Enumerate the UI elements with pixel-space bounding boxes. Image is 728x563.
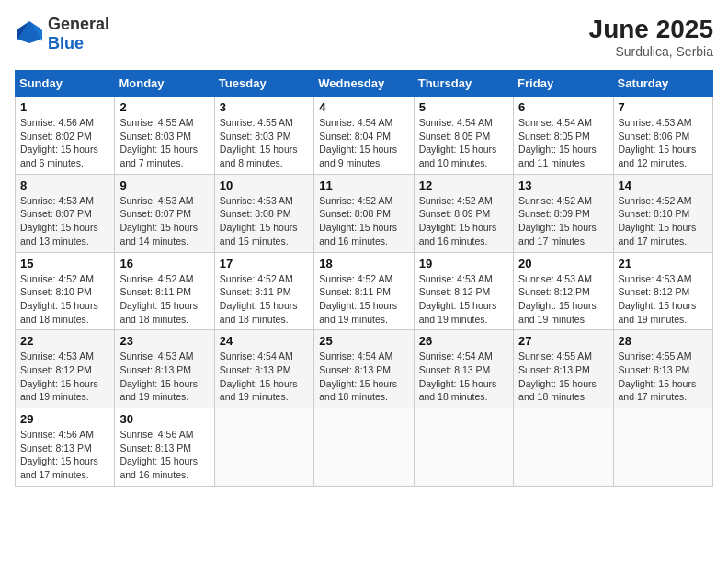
day-detail: Sunrise: 4:54 AMSunset: 8:13 PMDaylight:… — [419, 350, 497, 402]
day-number: 4 — [319, 100, 408, 114]
calendar-cell: 30 Sunrise: 4:56 AMSunset: 8:13 PMDaylig… — [115, 408, 214, 487]
logo-blue-text: Blue — [48, 34, 84, 52]
calendar-cell: 25 Sunrise: 4:54 AMSunset: 8:13 PMDaylig… — [314, 330, 414, 408]
day-detail: Sunrise: 4:54 AMSunset: 8:13 PMDaylight:… — [319, 350, 397, 402]
day-number: 24 — [220, 334, 309, 348]
column-header-saturday: Saturday — [613, 71, 712, 97]
calendar-cell: 8 Sunrise: 4:53 AMSunset: 8:07 PMDayligh… — [16, 174, 115, 252]
day-detail: Sunrise: 4:52 AMSunset: 8:08 PMDaylight:… — [319, 195, 397, 247]
day-detail: Sunrise: 4:53 AMSunset: 8:08 PMDaylight:… — [220, 195, 298, 247]
calendar-header-row: SundayMondayTuesdayWednesdayThursdayFrid… — [16, 71, 713, 97]
calendar-cell: 22 Sunrise: 4:53 AMSunset: 8:12 PMDaylig… — [16, 330, 115, 408]
header: General Blue June 2025 Surdulica, Serbia — [15, 15, 713, 59]
logo: General Blue — [15, 15, 109, 53]
calendar-cell: 14 Sunrise: 4:52 AMSunset: 8:10 PMDaylig… — [613, 174, 712, 252]
day-detail: Sunrise: 4:53 AMSunset: 8:07 PMDaylight:… — [119, 195, 198, 247]
day-number: 8 — [20, 178, 109, 192]
day-number: 10 — [220, 178, 309, 192]
day-number: 18 — [319, 257, 408, 270]
day-detail: Sunrise: 4:52 AMSunset: 8:11 PMDaylight:… — [220, 273, 298, 325]
calendar-cell: 2 Sunrise: 4:55 AMSunset: 8:03 PMDayligh… — [115, 97, 214, 175]
day-number: 21 — [619, 257, 708, 270]
day-number: 16 — [119, 257, 209, 270]
column-header-thursday: Thursday — [414, 71, 513, 97]
day-detail: Sunrise: 4:54 AMSunset: 8:05 PMDaylight:… — [518, 117, 597, 168]
day-detail: Sunrise: 4:53 AMSunset: 8:12 PMDaylight:… — [20, 350, 98, 402]
calendar-week-row: 29 Sunrise: 4:56 AMSunset: 8:13 PMDaylig… — [16, 408, 713, 487]
calendar-cell — [613, 408, 712, 487]
calendar-cell: 17 Sunrise: 4:52 AMSunset: 8:11 PMDaylig… — [214, 252, 313, 330]
calendar-week-row: 22 Sunrise: 4:53 AMSunset: 8:12 PMDaylig… — [16, 330, 713, 408]
calendar-cell: 19 Sunrise: 4:53 AMSunset: 8:12 PMDaylig… — [414, 252, 513, 330]
column-header-tuesday: Tuesday — [214, 71, 313, 97]
calendar-cell — [314, 408, 414, 487]
calendar-cell: 6 Sunrise: 4:54 AMSunset: 8:05 PMDayligh… — [514, 97, 613, 175]
day-detail: Sunrise: 4:55 AMSunset: 8:13 PMDaylight:… — [518, 350, 597, 402]
calendar-cell: 16 Sunrise: 4:52 AMSunset: 8:11 PMDaylig… — [115, 252, 214, 330]
day-number: 17 — [220, 257, 309, 270]
calendar-cell: 12 Sunrise: 4:52 AMSunset: 8:09 PMDaylig… — [414, 174, 513, 252]
day-detail: Sunrise: 4:52 AMSunset: 8:11 PMDaylight:… — [119, 273, 198, 325]
day-number: 12 — [419, 178, 508, 192]
calendar-table: SundayMondayTuesdayWednesdayThursdayFrid… — [15, 70, 713, 487]
day-detail: Sunrise: 4:52 AMSunset: 8:09 PMDaylight:… — [419, 195, 497, 247]
day-number: 7 — [619, 100, 708, 114]
column-header-monday: Monday — [115, 71, 214, 97]
calendar-cell: 3 Sunrise: 4:55 AMSunset: 8:03 PMDayligh… — [214, 97, 313, 175]
day-detail: Sunrise: 4:53 AMSunset: 8:12 PMDaylight:… — [419, 273, 497, 325]
day-number: 9 — [119, 178, 209, 192]
day-number: 15 — [20, 257, 109, 270]
calendar-subtitle: Surdulica, Serbia — [589, 44, 713, 59]
calendar-cell: 9 Sunrise: 4:53 AMSunset: 8:07 PMDayligh… — [115, 174, 214, 252]
calendar-body: 1 Sunrise: 4:56 AMSunset: 8:02 PMDayligh… — [16, 97, 713, 487]
day-detail: Sunrise: 4:52 AMSunset: 8:11 PMDaylight:… — [319, 273, 397, 325]
calendar-week-row: 8 Sunrise: 4:53 AMSunset: 8:07 PMDayligh… — [16, 174, 713, 252]
day-detail: Sunrise: 4:53 AMSunset: 8:07 PMDaylight:… — [20, 195, 98, 247]
day-number: 3 — [220, 100, 309, 114]
column-header-friday: Friday — [514, 71, 613, 97]
day-detail: Sunrise: 4:53 AMSunset: 8:12 PMDaylight:… — [518, 273, 597, 325]
day-number: 27 — [518, 334, 608, 348]
day-detail: Sunrise: 4:54 AMSunset: 8:05 PMDaylight:… — [419, 117, 497, 168]
calendar-week-row: 15 Sunrise: 4:52 AMSunset: 8:10 PMDaylig… — [16, 252, 713, 330]
day-number: 30 — [119, 412, 209, 426]
calendar-cell — [414, 408, 513, 487]
day-detail: Sunrise: 4:56 AMSunset: 8:13 PMDaylight:… — [119, 429, 198, 480]
day-number: 28 — [619, 334, 708, 348]
logo-general-text: General — [48, 15, 109, 33]
day-number: 14 — [619, 178, 708, 192]
day-detail: Sunrise: 4:55 AMSunset: 8:13 PMDaylight:… — [619, 350, 697, 402]
column-header-wednesday: Wednesday — [314, 71, 414, 97]
day-number: 29 — [20, 412, 109, 426]
calendar-cell: 27 Sunrise: 4:55 AMSunset: 8:13 PMDaylig… — [514, 330, 613, 408]
calendar-title: June 2025 — [589, 15, 713, 44]
calendar-cell: 24 Sunrise: 4:54 AMSunset: 8:13 PMDaylig… — [214, 330, 313, 408]
day-detail: Sunrise: 4:54 AMSunset: 8:04 PMDaylight:… — [319, 117, 397, 168]
calendar-cell: 1 Sunrise: 4:56 AMSunset: 8:02 PMDayligh… — [16, 97, 115, 175]
day-number: 19 — [419, 257, 508, 270]
calendar-cell: 5 Sunrise: 4:54 AMSunset: 8:05 PMDayligh… — [414, 97, 513, 175]
calendar-cell: 15 Sunrise: 4:52 AMSunset: 8:10 PMDaylig… — [16, 252, 115, 330]
calendar-cell: 4 Sunrise: 4:54 AMSunset: 8:04 PMDayligh… — [314, 97, 414, 175]
day-number: 11 — [319, 178, 408, 192]
calendar-cell: 10 Sunrise: 4:53 AMSunset: 8:08 PMDaylig… — [214, 174, 313, 252]
day-detail: Sunrise: 4:55 AMSunset: 8:03 PMDaylight:… — [119, 117, 198, 168]
day-number: 1 — [20, 100, 109, 114]
day-detail: Sunrise: 4:52 AMSunset: 8:09 PMDaylight:… — [518, 195, 597, 247]
day-number: 6 — [518, 100, 608, 114]
day-detail: Sunrise: 4:53 AMSunset: 8:13 PMDaylight:… — [119, 350, 198, 402]
calendar-cell: 20 Sunrise: 4:53 AMSunset: 8:12 PMDaylig… — [514, 252, 613, 330]
calendar-cell: 18 Sunrise: 4:52 AMSunset: 8:11 PMDaylig… — [314, 252, 414, 330]
day-number: 5 — [419, 100, 508, 114]
day-detail: Sunrise: 4:55 AMSunset: 8:03 PMDaylight:… — [220, 117, 298, 168]
day-detail: Sunrise: 4:52 AMSunset: 8:10 PMDaylight:… — [619, 195, 697, 247]
calendar-week-row: 1 Sunrise: 4:56 AMSunset: 8:02 PMDayligh… — [16, 97, 713, 175]
calendar-cell: 13 Sunrise: 4:52 AMSunset: 8:09 PMDaylig… — [514, 174, 613, 252]
calendar-cell: 7 Sunrise: 4:53 AMSunset: 8:06 PMDayligh… — [613, 97, 712, 175]
calendar-cell: 23 Sunrise: 4:53 AMSunset: 8:13 PMDaylig… — [115, 330, 214, 408]
day-number: 23 — [119, 334, 209, 348]
day-number: 22 — [20, 334, 109, 348]
calendar-cell: 26 Sunrise: 4:54 AMSunset: 8:13 PMDaylig… — [414, 330, 513, 408]
calendar-cell: 28 Sunrise: 4:55 AMSunset: 8:13 PMDaylig… — [613, 330, 712, 408]
calendar-cell: 11 Sunrise: 4:52 AMSunset: 8:08 PMDaylig… — [314, 174, 414, 252]
